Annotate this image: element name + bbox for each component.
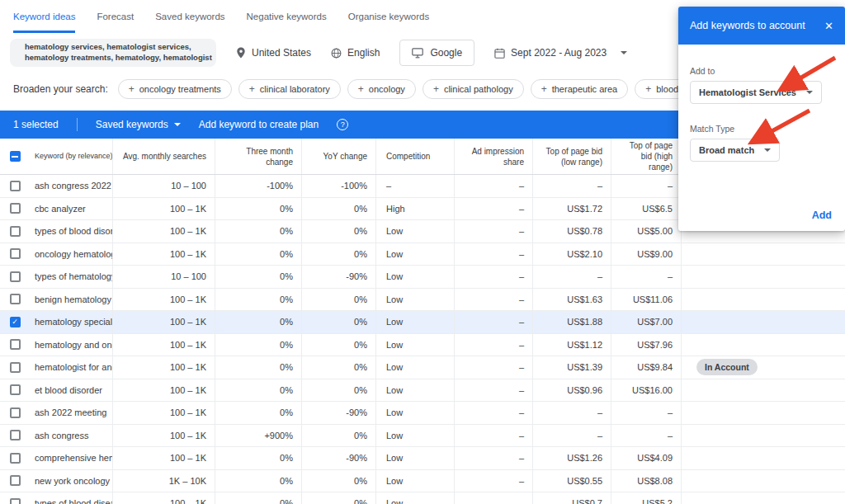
tab-keyword-ideas[interactable]: Keyword ideas xyxy=(13,0,75,33)
saved-keywords-dropdown[interactable]: Saved keywords xyxy=(96,119,181,130)
cell-three_month: 0% xyxy=(215,379,301,402)
saved-keywords-label: Saved keywords xyxy=(96,119,168,130)
row-checkbox[interactable] xyxy=(0,447,30,469)
cell-three_month: -100% xyxy=(215,175,301,197)
row-checkbox[interactable] xyxy=(0,356,30,379)
tab-organise-keywords[interactable]: Organise keywords xyxy=(348,0,429,33)
match-type-dropdown[interactable]: Broad match xyxy=(690,139,780,162)
cell-avg: 100 – 1K xyxy=(112,289,215,311)
empty-checkbox-icon xyxy=(10,203,21,214)
select-all-checkbox[interactable] xyxy=(0,139,30,174)
empty-checkbox-icon xyxy=(10,181,21,191)
column-header-avg[interactable]: Avg. monthly searches xyxy=(112,139,215,174)
cell-avg: 100 – 1K xyxy=(112,425,215,447)
cell-keyword: types of blood diseases xyxy=(30,492,112,504)
cell-yoy: 0% xyxy=(301,334,375,356)
plus-icon: + xyxy=(645,84,651,94)
row-checkbox[interactable] xyxy=(0,425,30,447)
cell-three_month: 0% xyxy=(215,470,301,492)
cell-keyword: et blood disorder xyxy=(30,379,112,402)
add-to-dropdown[interactable]: Hematologist Services xyxy=(690,81,822,104)
column-header-bid_low[interactable]: Top of page bid (low range) xyxy=(532,139,611,174)
cell-bid_low: US$0.7 xyxy=(532,492,611,504)
cell-keyword: ash congress 2022 xyxy=(30,175,112,197)
row-checkbox[interactable] xyxy=(0,266,30,288)
cell-ad_share: – xyxy=(454,220,532,243)
cell-three_month: 0% xyxy=(215,198,301,220)
keywords-line-1: hematology services, hematologist servic… xyxy=(25,42,212,53)
row-checkbox[interactable] xyxy=(0,334,30,356)
row-checkbox[interactable]: ✓ xyxy=(0,311,30,333)
location-filter[interactable]: United States xyxy=(236,47,311,59)
row-checkbox[interactable] xyxy=(0,175,30,197)
cell-avg: 100 – 1K xyxy=(112,492,215,504)
panel-body: Add to Hematologist Services Match Type … xyxy=(678,45,845,231)
panel-title: Add keywords to account xyxy=(690,20,805,31)
cell-bid_low: – xyxy=(532,266,611,288)
cell-ad_share: – xyxy=(454,356,532,379)
broaden-chip[interactable]: +clinical pathology xyxy=(422,79,524,99)
row-checkbox[interactable] xyxy=(0,492,30,504)
empty-checkbox-icon xyxy=(10,362,21,373)
row-checkbox[interactable] xyxy=(0,379,30,402)
date-range-filter[interactable]: Sept 2022 - Aug 2023 xyxy=(494,47,627,59)
table-row: types of blood diseases100 – 1K0%0%Low–U… xyxy=(0,492,845,504)
cell-ad_share: – xyxy=(454,447,532,469)
cell-competition: Low xyxy=(375,289,454,311)
row-checkbox[interactable] xyxy=(0,289,30,311)
help-icon[interactable]: ? xyxy=(337,119,348,130)
plus-icon: + xyxy=(433,84,439,94)
cell-bid_high: – xyxy=(611,175,681,197)
empty-checkbox-icon xyxy=(10,384,21,395)
empty-checkbox-icon xyxy=(10,339,21,350)
empty-checkbox-icon xyxy=(10,226,21,237)
cell-yoy: 0% xyxy=(301,220,375,243)
column-header-ad_share[interactable]: Ad impression share xyxy=(454,139,532,174)
empty-checkbox-icon xyxy=(10,248,21,259)
tab-forecast[interactable]: Forecast xyxy=(97,0,134,33)
row-checkbox[interactable] xyxy=(0,243,30,266)
close-icon[interactable]: ✕ xyxy=(824,20,833,32)
cell-avg: 100 – 1K xyxy=(112,311,215,333)
cell-three_month: 0% xyxy=(215,334,301,356)
column-header-keyword[interactable]: Keyword (by relevance) xyxy=(30,139,112,174)
broaden-chip[interactable]: +oncology xyxy=(347,79,416,99)
keywords-search-box[interactable]: hematology services, hematologist servic… xyxy=(10,39,216,67)
row-checkbox[interactable] xyxy=(0,220,30,243)
broaden-chip[interactable]: +clinical laboratory xyxy=(238,79,341,99)
tab-saved-keywords[interactable]: Saved keywords xyxy=(155,0,224,33)
cell-bid_low: – xyxy=(532,402,611,424)
cell-avg: 100 – 1K xyxy=(112,334,215,356)
row-checkbox[interactable] xyxy=(0,470,30,492)
add-button[interactable]: Add xyxy=(812,210,832,221)
cell-keyword: oncology hematology a... xyxy=(30,243,112,266)
cell-yoy: 0% xyxy=(301,356,375,379)
column-header-bid_high[interactable]: Top of page bid (high range) xyxy=(611,139,681,174)
table-row: new york oncology he...1K – 10K0%0%Low–U… xyxy=(0,470,845,493)
broaden-chip[interactable]: +oncology treatments xyxy=(118,79,232,99)
cell-three_month: 0% xyxy=(215,356,301,379)
cell-ad_share: – xyxy=(454,492,532,504)
cell-competition: – xyxy=(375,175,454,197)
column-header-three_month[interactable]: Three month change xyxy=(215,139,301,174)
cell-yoy: -90% xyxy=(301,266,375,288)
cell-three_month: +900% xyxy=(215,425,301,447)
chip-label: therapeutic area xyxy=(552,84,618,94)
tab-negative-keywords[interactable]: Negative keywords xyxy=(247,0,327,33)
chip-label: clinical pathology xyxy=(444,84,513,94)
add-keyword-button[interactable]: Add keyword to create plan xyxy=(199,119,319,130)
cell-avg: 10 – 100 xyxy=(112,266,215,288)
row-checkbox[interactable] xyxy=(0,402,30,424)
cell-competition: Low xyxy=(375,311,454,333)
cell-yoy: 0% xyxy=(301,311,375,333)
empty-checkbox-icon xyxy=(10,271,21,282)
column-header-yoy[interactable]: YoY change xyxy=(301,139,375,174)
broaden-chip[interactable]: +therapeutic area xyxy=(531,79,629,99)
cell-ad_share: – xyxy=(454,175,532,197)
language-filter[interactable]: English xyxy=(331,47,380,59)
row-checkbox[interactable] xyxy=(0,198,30,220)
column-header-competition[interactable]: Competition xyxy=(375,139,454,174)
cell-bid_high: US$6.5 xyxy=(611,198,681,220)
network-filter[interactable]: Google xyxy=(399,40,474,66)
cell-yoy: -90% xyxy=(301,402,375,424)
